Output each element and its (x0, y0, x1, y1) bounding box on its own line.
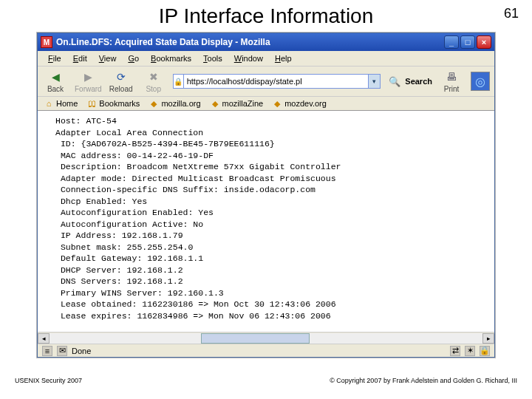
slide-number: 61 (504, 6, 519, 21)
bm-mozdev[interactable]: ◆ mozdev.org (272, 98, 327, 109)
url-dropdown-icon[interactable]: ▾ (369, 74, 381, 89)
reload-button[interactable]: ⟳ Reload (108, 69, 134, 93)
bookmarks-toolbar: ⌂ Home 🕮 Bookmarks ◆ mozilla.org ◆ mozil… (38, 97, 494, 111)
bm-label: mozillaZine (222, 99, 264, 108)
forward-icon: ▶ (80, 69, 96, 84)
stop-button[interactable]: ✖ Stop (140, 69, 167, 93)
close-button[interactable]: × (477, 35, 491, 49)
home-icon: ⌂ (44, 98, 54, 109)
footer-left: USENIX Security 2007 (15, 377, 82, 384)
horizontal-scrollbar[interactable]: ◂ ▸ (38, 332, 494, 344)
status-nav-icon[interactable]: ≡ (42, 346, 52, 356)
forward-button[interactable]: ▶ Forward (75, 69, 102, 93)
scroll-thumb[interactable] (201, 333, 310, 344)
status-offline-icon[interactable]: ⇄ (450, 346, 460, 356)
url-bar[interactable]: 🔒 https://localhost/ddispay/state.pl ▾ (173, 74, 381, 89)
throbber-icon: ◎ (471, 72, 490, 91)
menu-file[interactable]: File (42, 52, 67, 64)
menubar: File Edit View Go Bookmarks Tools Window… (38, 51, 494, 66)
bm-label: mozilla.org (161, 99, 200, 108)
menu-window[interactable]: Window (228, 52, 269, 64)
browser-window: M On.Line.DFS: Acquired State Data Displ… (37, 33, 495, 358)
menu-help[interactable]: Help (269, 52, 298, 64)
menu-edit[interactable]: Edit (67, 52, 93, 64)
scroll-track[interactable] (50, 333, 482, 344)
slide-title: IP Interface Information (0, 0, 532, 30)
menu-go[interactable]: Go (122, 52, 145, 64)
statusbar: ≡ ✉ Done ⇄ ✶ 🔒 (38, 344, 494, 357)
minimize-button[interactable]: _ (444, 35, 459, 49)
bookmarks-button[interactable]: 🕮 Bookmarks (86, 98, 140, 109)
bookmark-icon: ◆ (210, 98, 220, 109)
stop-label: Stop (146, 85, 161, 93)
scroll-right-icon[interactable]: ▸ (482, 333, 494, 344)
reload-icon: ⟳ (113, 69, 129, 84)
menu-view[interactable]: View (93, 52, 123, 64)
status-text: Done (72, 347, 91, 355)
bookmark-icon: ◆ (149, 98, 159, 109)
maximize-button[interactable]: □ (460, 35, 475, 49)
bm-mozillazine[interactable]: ◆ mozillaZine (210, 98, 264, 109)
page-content: Host: ATC-54 Adapter Local Area Connecti… (38, 111, 494, 332)
url-input[interactable]: https://localhost/ddispay/state.pl (183, 74, 369, 89)
bookmarks-icon: 🕮 (86, 98, 97, 109)
home-label: Home (56, 99, 78, 108)
reload-label: Reload (109, 85, 133, 93)
mozilla-icon: M (41, 36, 52, 48)
search-button[interactable]: 🔍 Search (386, 74, 432, 89)
bookmarks-label: Bookmarks (99, 99, 140, 108)
search-label: Search (405, 77, 432, 86)
navigation-toolbar: ◀ Back ▶ Forward ⟳ Reload ✖ Stop 🔒 https… (38, 66, 494, 97)
window-title: On.Line.DFS: Acquired State Data Display… (56, 37, 270, 47)
bookmark-icon: ◆ (272, 98, 282, 109)
status-lock-icon[interactable]: 🔒 (480, 346, 490, 356)
home-button[interactable]: ⌂ Home (44, 98, 78, 109)
search-icon: 🔍 (386, 74, 403, 89)
menu-tools[interactable]: Tools (197, 52, 228, 64)
menu-bookmarks[interactable]: Bookmarks (145, 52, 197, 64)
stop-icon: ✖ (146, 69, 162, 84)
forward-label: Forward (75, 85, 102, 93)
print-icon: 🖶 (443, 69, 460, 84)
back-icon: ◀ (47, 69, 64, 84)
bm-label: mozdev.org (284, 99, 327, 108)
back-label: Back (47, 85, 64, 93)
lock-icon: 🔒 (173, 74, 183, 89)
scroll-left-icon[interactable]: ◂ (38, 333, 50, 344)
footer-right: © Copyright 2007 by Frank Adelstein and … (330, 377, 517, 384)
status-script-icon[interactable]: ✶ (465, 346, 475, 356)
bm-mozilla-org[interactable]: ◆ mozilla.org (149, 98, 200, 109)
print-label: Print (444, 85, 460, 93)
back-button[interactable]: ◀ Back (42, 69, 69, 93)
status-mail-icon[interactable]: ✉ (57, 346, 67, 356)
print-button[interactable]: 🖶 Print (438, 69, 465, 93)
titlebar: M On.Line.DFS: Acquired State Data Displ… (38, 33, 494, 51)
